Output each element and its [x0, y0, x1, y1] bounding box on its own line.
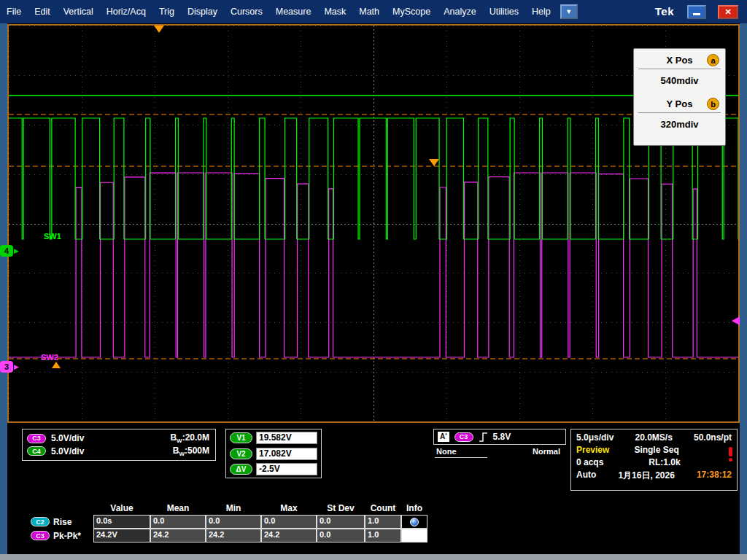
header-count: Count	[365, 503, 401, 515]
trigger-main-row: A' C3 5.8V	[433, 429, 566, 445]
menu-item-myscope[interactable]: MyScope	[386, 0, 437, 23]
rising-edge-icon	[479, 432, 488, 443]
trigger-mode-label: Normal	[533, 447, 560, 458]
auto-status: Auto	[576, 470, 596, 482]
v1-value: 19.582V	[256, 432, 317, 444]
c4-bandwidth: BW:500M	[173, 446, 209, 457]
acquisition-count-row: 0 acqs RL:1.0k	[576, 457, 732, 467]
c3-pill: C3	[31, 531, 50, 540]
cell-stdev: 0.0	[317, 529, 365, 542]
close-icon: ✕	[724, 7, 731, 17]
cursor-b-marker[interactable]	[52, 362, 61, 368]
waveform-graticule	[9, 26, 738, 421]
info-orb-icon	[410, 518, 419, 526]
menu-item-edit[interactable]: Edit	[28, 0, 57, 23]
measurement-table-header: Value Mean Min Max St Dev Count Info	[22, 503, 427, 515]
info-cell[interactable]	[401, 515, 427, 529]
cell-stdev: 0.0	[317, 515, 365, 529]
trigger-sub-row: None Normal	[433, 445, 566, 458]
menu-item-trig[interactable]: Trig	[152, 0, 181, 23]
sample-rate: 20.0MS/s	[635, 432, 672, 443]
knob-a-badge: a	[707, 54, 719, 66]
menu-item-vertical[interactable]: Vertical	[57, 0, 100, 23]
measurement-name: Pk-Pk*	[53, 531, 81, 541]
right-frame-strip	[740, 23, 747, 554]
cursor-v2-row: V2 17.082V	[230, 448, 317, 460]
menu-item-mask[interactable]: Mask	[317, 0, 352, 23]
table-row: C2 Rise 0.0s 0.0 0.0 0.0 0.0 1.0	[22, 515, 427, 529]
channel-4-position-marker[interactable]: 4 ▶	[0, 245, 19, 257]
measurement-table: Value Mean Min Max St Dev Count Info C2 …	[22, 503, 427, 542]
datetime-row: Auto 1月16日, 2026 17:38:12	[576, 470, 732, 482]
menu-item-help[interactable]: Help	[525, 0, 557, 23]
cell-min: 0.0	[206, 515, 261, 529]
y-pos-value: 320mdiv	[638, 113, 721, 135]
horizontal-readout-box: 5.0μs/div 20.0MS/s 50.0ns/pt Preview Sin…	[570, 429, 738, 491]
time-text: 17:38:12	[697, 470, 732, 482]
menu-item-math[interactable]: Math	[352, 0, 386, 23]
acqs-count: 0 acqs	[576, 457, 603, 467]
channel-c4-pill: C4	[27, 446, 46, 456]
channel-4-arrow-icon: ▶	[14, 247, 19, 254]
cursor-a-marker[interactable]	[429, 159, 439, 166]
cell-max: 24.2	[261, 529, 317, 542]
menu-bar: File Edit Vertical Horiz/Acq Trig Displa…	[0, 0, 747, 23]
info-cell[interactable]	[401, 529, 427, 542]
y-pos-label: Y Pos	[667, 98, 693, 109]
menu-item-utilities[interactable]: Utilities	[483, 0, 525, 23]
x-pos-row: X Pos a	[638, 52, 721, 69]
header-info: Info	[401, 503, 427, 515]
channel-row-c4: C4 5.0V/div BW:500M	[27, 446, 209, 457]
acquisition-mode: Single Seq	[634, 445, 678, 455]
c3-scale: 5.0V/div	[51, 433, 84, 443]
preview-status: Preview	[576, 445, 609, 455]
c4-scale: 5.0V/div	[51, 446, 84, 456]
menu-item-cursors[interactable]: Cursors	[224, 0, 269, 23]
cell-min: 24.2	[206, 529, 261, 542]
menu-dropdown-button[interactable]: ▼	[560, 4, 578, 19]
cell-mean: 24.2	[150, 529, 206, 542]
dv-value: -2.5V	[256, 463, 317, 475]
table-row: C3 Pk-Pk* 24.2V 24.2 24.2 24.2 0.0 1.0	[22, 529, 427, 542]
horizontal-scale-row: 5.0μs/div 20.0MS/s 50.0ns/pt	[576, 432, 732, 443]
bottom-frame-strip	[0, 554, 747, 560]
menu-item-analyze[interactable]: Analyze	[437, 0, 482, 23]
date-text: 1月16日, 2026	[618, 470, 674, 482]
channel-3-position-marker[interactable]: 3 ▶	[0, 361, 19, 373]
dv-pill: ΔV	[230, 464, 252, 475]
v1-pill: V1	[230, 432, 252, 443]
channel-4-badge: 4	[0, 245, 13, 257]
knob-b-badge: b	[707, 98, 719, 110]
menu-item-measure[interactable]: Measure	[269, 0, 318, 23]
menu-item-display[interactable]: Display	[181, 0, 224, 23]
minimize-button[interactable]	[687, 5, 706, 19]
cell-max: 0.0	[261, 515, 317, 529]
chevron-down-icon: ▼	[565, 8, 572, 15]
timebase-scale: 5.0μs/div	[576, 432, 614, 443]
c3-bandwidth: BW:20.0M	[170, 432, 209, 444]
x-pos-value: 540mdiv	[638, 69, 721, 91]
minimize-icon	[693, 13, 700, 15]
cursor-dv-row: ΔV -2.5V	[230, 463, 317, 475]
measurement-name-cell: C3 Pk-Pk*	[22, 529, 93, 542]
sample-resolution: 50.0ns/pt	[694, 432, 732, 443]
cell-count: 1.0	[365, 529, 401, 542]
menu-item-horiz-acq[interactable]: Horiz/Acq	[100, 0, 152, 23]
cursor-readout-box: V1 19.582V V2 17.082V ΔV -2.5V	[225, 429, 322, 478]
trigger-level-arrow[interactable]	[732, 316, 740, 325]
header-max: Max	[261, 503, 317, 515]
menu-item-file[interactable]: File	[0, 0, 28, 23]
trigger-position-marker[interactable]	[154, 26, 164, 33]
close-button[interactable]: ✕	[718, 5, 738, 19]
cell-value: 0.0s	[93, 515, 150, 529]
alert-icon	[729, 447, 732, 462]
channel-c3-pill: C3	[27, 434, 46, 443]
header-stdev: St Dev	[317, 503, 365, 515]
trigger-source-pill: C3	[454, 432, 473, 442]
cell-count: 1.0	[365, 515, 401, 529]
measurement-name-cell: C2 Rise	[22, 515, 93, 529]
header-mean: Mean	[150, 503, 206, 515]
header-value: Value	[93, 503, 150, 515]
channel-3-arrow-icon: ▶	[14, 363, 19, 370]
left-frame-strip	[0, 23, 7, 554]
